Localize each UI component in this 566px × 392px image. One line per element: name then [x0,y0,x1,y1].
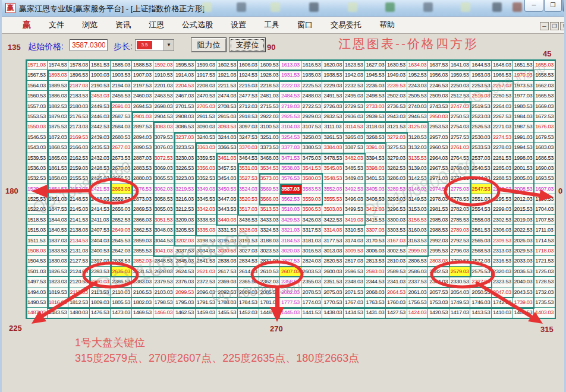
step-combobox[interactable]: 3.5 ▼ [135,39,174,51]
grid-cell: 1637.53 [428,60,449,70]
minimize-button[interactable]: ─ [524,0,543,12]
grid-cell: 2267.53 [492,112,513,122]
grid-cell: 1987.53 [513,122,534,132]
menu-item-2[interactable]: 浏览 [82,20,98,30]
menu-item-9[interactable]: 交易委托 [331,20,361,30]
grid-cell: 1459.03 [196,308,217,318]
grid-cell: 3566.03 [259,194,281,204]
grid-cell: 2026.03 [513,236,534,246]
grid-cell: 2299.03 [492,204,513,214]
grid-cell: 1921.03 [216,70,238,80]
grid-cell: 2988.53 [428,225,449,235]
grid-cell: 1679.53 [534,132,555,143]
grid-cell: 2239.53 [386,81,407,91]
grid-cell: 2474.03 [216,91,238,101]
grid-cell: 2810.03 [386,256,407,266]
grid-cell: 3191.53 [238,236,259,246]
grid-cell: 1914.03 [174,70,196,80]
grid-cell: 3065.53 [153,173,175,184]
grid-cell: 2414.53 [90,204,111,214]
grid-cell: 1956.03 [428,70,449,80]
grid-cell: 3482.03 [344,153,365,163]
grid-cell: 3037.53 [174,246,196,256]
resistance-button[interactable]: 阻力位 [191,37,227,52]
menu-item-10[interactable]: 帮助 [379,20,395,30]
mdi-restore-button[interactable]: ❐ [550,22,559,30]
grid-cell: 1980.53 [513,102,534,112]
grid-cell: 2806.53 [407,256,429,266]
menu-item-4[interactable]: 江恩 [149,20,164,30]
grid-cell: 2047.03 [492,287,513,298]
grid-cell: 2159.03 [68,163,90,173]
grid-cell: 2701.53 [174,102,196,112]
grid-cell: 2831.03 [259,256,281,266]
grid-cell: 2782.03 [449,204,471,214]
grid-cell: 1700.53 [534,194,555,204]
grid-cell: 1627.03 [365,60,386,70]
grid-cell: 2635.03 [111,267,132,277]
grid-cell: 3335.03 [196,225,217,235]
menu-item-6[interactable]: 设置 [231,20,246,30]
grid-cell: 3450.53 [216,184,238,194]
grid-cell: 1739.03 [513,298,534,308]
menu-item-5[interactable]: 公式选股 [182,20,213,30]
grid-cell: 1931.53 [280,70,301,80]
grid-cell: 1847.53 [48,204,69,214]
grid-cell: 3230.03 [174,153,196,163]
grid-cell: 2992.03 [428,236,449,246]
grid-cell: 1791.53 [196,298,217,308]
title-bar[interactable]: 赢 赢家江恩专业版[赢家服务平台] - [上证指数价格正方形] ─ ❐ [0,0,566,17]
grid-cell: 1602.53 [216,60,238,70]
grid-cell: 3384.03 [322,143,344,153]
grid-cell: 1564.03 [26,81,48,91]
grid-cell: 2561.53 [470,225,492,235]
grid-cell: 3261.53 [322,132,344,143]
mdi-minimize-button[interactable]: ─ [540,22,549,30]
grid-cell: 2481.03 [259,91,281,101]
grid-cell: 3002.53 [386,246,407,256]
menu-item-1[interactable]: 文件 [49,20,64,30]
grid-cell: 2638.53 [111,256,132,266]
menu-item-3[interactable]: 资讯 [115,20,131,30]
grid-cell: 2943.03 [386,112,407,122]
grid-cell: 3139.03 [407,163,429,173]
grid-cell: 2096.03 [196,287,217,298]
grid-cell: 1819.53 [48,287,69,298]
grid-cell: 2264.03 [492,102,513,112]
close-button[interactable] [562,0,566,12]
grid-cell: 1837.03 [48,236,69,246]
grid-cell: 1963.03 [470,70,492,80]
mdi-close-button[interactable]: ✕ [560,22,566,30]
grid-cell: 2211.53 [216,81,238,91]
grid-cell: 2537.03 [470,153,492,163]
grid-cell: 1595.53 [174,60,196,70]
window-title: 赢家江恩专业版[赢家服务平台] - [上证指数价格正方形] [19,4,205,14]
grid-cell: 1616.53 [301,60,323,70]
grid-cell: 1508.03 [26,246,48,256]
start-price-label: 起始价格: [28,42,64,52]
grid-cell: 2698.03 [153,102,175,112]
grid-cell: 2470.53 [196,91,217,101]
grid-cell: 3310.53 [344,225,365,235]
grid-cell: 1452.03 [238,308,259,318]
grid-cell: 2869.53 [132,204,153,214]
grid-cell: 1970.03 [513,70,534,80]
grid-cell: 2379.53 [153,277,175,287]
grid-cell: 2757.53 [449,132,471,143]
start-price-input[interactable] [70,39,108,51]
menu-item-7[interactable]: 工具 [264,20,279,30]
maximize-button[interactable]: ❐ [544,0,562,12]
chevron-down-icon[interactable]: ▼ [163,40,174,50]
grid-cell: 3475.03 [301,153,323,163]
menu-item-8[interactable]: 窗口 [297,20,313,30]
grid-cell: 1879.03 [48,112,69,122]
grid-cell: 2453.03 [90,91,111,101]
grid-cell: 1420.53 [428,308,449,318]
grid-cell: 2113.53 [90,287,111,298]
grid-cell: 2971.03 [428,173,449,184]
support-button[interactable]: 支撑位 [229,37,266,52]
grid-cell: 3461.03 [216,153,238,163]
grid-cell: 1469.53 [132,308,153,318]
key-level-note-title: 1号大盘关键位 [75,336,145,350]
grid-cell: 2495.03 [344,91,365,101]
